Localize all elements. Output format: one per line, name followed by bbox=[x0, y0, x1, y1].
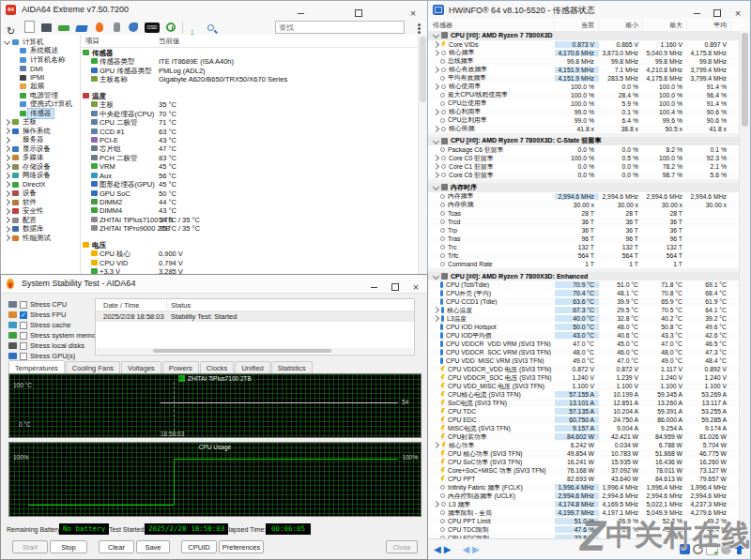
log-column-datetime[interactable]: Date / Time bbox=[103, 301, 139, 310]
sidebar-item-database[interactable]: 数据库 bbox=[1, 225, 80, 235]
stress-option[interactable]: Stress FPU bbox=[8, 310, 95, 320]
checkbox[interactable] bbox=[20, 353, 27, 360]
sensor-row[interactable]: 芯片组47 °C bbox=[81, 144, 419, 152]
sensor-row[interactable]: CPU VDDCR_VDD VRM (SVI3 TFN)47.0 °C45.0 … bbox=[428, 340, 740, 348]
sidebar-item-storage[interactable]: 存储设备 bbox=[1, 162, 80, 172]
sidebar-item-display[interactable]: 显示设备 bbox=[1, 144, 80, 154]
sensor-row[interactable]: CCD #163 °C bbox=[81, 127, 419, 135]
sensor-row[interactable]: CPU VDDCR_SOC VRM (SVI3 TFN)48.0 °C46.0 … bbox=[428, 348, 740, 356]
report-icon[interactable] bbox=[24, 21, 35, 33]
sensor-row[interactable]: ZHITAI TiPro9000 2TB35 °C / 35 °C bbox=[81, 223, 419, 232]
hwinfo-column-4[interactable]: 平均 bbox=[687, 21, 731, 30]
video-adapter-icon[interactable] bbox=[75, 25, 87, 32]
sensor-row[interactable]: Aux56 °C bbox=[81, 171, 419, 179]
panel-column-header[interactable]: 项目 当前值 bbox=[81, 35, 419, 48]
chevron-right-icon[interactable] bbox=[433, 108, 439, 114]
save-button[interactable]: Save bbox=[136, 540, 170, 553]
tab-cooling-fans[interactable]: Cooling Fans bbox=[66, 361, 120, 373]
back-arrow-icon[interactable]: ◀ bbox=[434, 545, 441, 554]
scrollbar-thumb[interactable] bbox=[742, 33, 748, 127]
sensor-row[interactable]: L3温度40.0 °C32.8 °C40.2 °C39.2 °C bbox=[428, 314, 740, 323]
hwinfo-column-1[interactable]: 当前 bbox=[555, 21, 599, 30]
sensor-row[interactable]: SoC电流 (SVI3 TFN)13.101 A12.851 A13.260 A… bbox=[428, 399, 740, 407]
sensor-row[interactable]: DIMM244 °C bbox=[81, 197, 419, 205]
stability-test-icon[interactable] bbox=[96, 23, 103, 32]
search-icon[interactable] bbox=[207, 24, 214, 31]
chevron-right-icon[interactable] bbox=[4, 235, 10, 241]
checkbox[interactable] bbox=[20, 311, 27, 319]
sensor-row[interactable]: PCH 二极管83 °C bbox=[81, 153, 419, 161]
stress-option[interactable]: Stress local disks bbox=[8, 341, 95, 351]
sidebar-item-sensor[interactable]: 传感器 bbox=[1, 109, 80, 118]
sensor-row[interactable]: Trp36 T36 T36 T bbox=[428, 226, 740, 235]
sensor-row[interactable]: Core+SoC+MISC 功率 (SVI3 TFN)76.168 W37.09… bbox=[428, 466, 740, 475]
sidebar-item-computer[interactable]: 计算机 bbox=[1, 38, 80, 47]
chevron-right-icon[interactable] bbox=[4, 199, 10, 205]
chevron-right-icon[interactable] bbox=[4, 137, 10, 144]
sensor-row[interactable]: CPU 二极管71 °C bbox=[81, 117, 419, 126]
chevron-right-icon[interactable] bbox=[4, 145, 10, 152]
chevron-down-icon[interactable] bbox=[433, 138, 439, 144]
chevron-right-icon[interactable] bbox=[433, 307, 439, 313]
chevron-right-icon[interactable] bbox=[433, 41, 439, 48]
chevron-down-icon[interactable] bbox=[433, 32, 439, 38]
tools-icon[interactable] bbox=[129, 23, 138, 32]
sensor-row[interactable]: DIMM443 °C bbox=[81, 205, 419, 214]
sidebar-item-config[interactable]: 配置 bbox=[1, 216, 80, 225]
sensor-row[interactable]: 核心倍频41.8 x38.8 x50.5 x41.8 x bbox=[428, 125, 740, 133]
sensor-row[interactable]: Core C6 驻留率0.0 %0.0 %98.7 %5.6 % bbox=[428, 171, 740, 179]
sidebar-item-security[interactable]: 安全性 bbox=[1, 207, 80, 217]
tab-clocks[interactable]: Clocks bbox=[200, 361, 235, 373]
sensor-row[interactable]: 传感器类型ITE IT8689E (ISA A40h) bbox=[81, 56, 419, 65]
legend-checkbox-icon[interactable] bbox=[178, 375, 185, 382]
maximize-button[interactable] bbox=[711, 4, 724, 16]
log-header[interactable]: Date / Time Status bbox=[96, 299, 414, 311]
sidebar-item-computer-name[interactable]: 计算机名称 bbox=[1, 55, 80, 65]
chevron-right-icon[interactable] bbox=[433, 172, 439, 178]
hwinfo-group-header[interactable]: CPU [#0]: AMD Ryzen 7 7800X3D bbox=[428, 31, 740, 40]
sensor-row[interactable]: VRM45 °C bbox=[81, 161, 419, 170]
update-icon[interactable] bbox=[190, 22, 201, 33]
log-row[interactable]: 2025/2/28 18:58:03Stability Test: Starte… bbox=[96, 311, 414, 322]
chevron-down-icon[interactable] bbox=[433, 273, 439, 280]
sidebar-item-devices[interactable]: 设备 bbox=[1, 189, 80, 199]
stop-button[interactable]: Stop bbox=[50, 540, 87, 553]
sidebar-item-directx[interactable]: DirectX bbox=[1, 180, 80, 189]
chevron-right-icon[interactable] bbox=[4, 173, 10, 179]
hwinfo-column-0[interactable]: 传感器 bbox=[428, 21, 555, 30]
tab-statistics[interactable]: Statistics bbox=[271, 361, 313, 373]
chevron-right-icon[interactable] bbox=[4, 128, 10, 134]
sensor-row[interactable]: CPU IOD平均值43.0 °C40.6 °C43.3 °C42.6 °C bbox=[428, 331, 740, 340]
log-horizontal-scrollbar[interactable] bbox=[97, 348, 413, 354]
sidebar-item-software[interactable]: 软件 bbox=[1, 198, 80, 207]
minimize-button[interactable] bbox=[690, 4, 703, 16]
sidebar-item-portable-computer[interactable]: 便携式计算机 bbox=[1, 100, 80, 110]
log-column-status[interactable]: Status bbox=[171, 301, 191, 310]
checkbox[interactable] bbox=[20, 332, 27, 340]
clear-button[interactable]: Clear bbox=[99, 540, 134, 553]
column-current-value[interactable]: 当前值 bbox=[159, 37, 180, 46]
sidebar-item-motherboard[interactable]: 主板 bbox=[1, 118, 80, 128]
sidebar-item-server[interactable]: 服务器 bbox=[1, 136, 80, 145]
stress-option[interactable]: Stress CPU bbox=[8, 299, 95, 310]
sensor-row[interactable]: 图形处理器(GPU)45 °C bbox=[81, 179, 419, 188]
stress-option[interactable]: Stress system memory bbox=[8, 330, 95, 341]
monitor-icon[interactable] bbox=[41, 23, 52, 32]
preferences-button[interactable]: Preferences bbox=[219, 540, 264, 553]
sensor-row[interactable]: CPU VID0.794 V bbox=[81, 258, 419, 266]
cpuid-button[interactable]: CPUID bbox=[181, 540, 217, 553]
sensor-panel-icon[interactable] bbox=[166, 23, 176, 32]
sensor-row[interactable]: Trc132 T132 T132 T bbox=[428, 243, 740, 251]
sensor-row[interactable]: PCI-E43 °C bbox=[81, 135, 419, 144]
minimize-button[interactable] bbox=[367, 278, 380, 290]
stress-option[interactable]: Stress cache bbox=[8, 320, 95, 330]
chevron-right-icon[interactable] bbox=[4, 119, 10, 126]
tab-powers[interactable]: Powers bbox=[162, 361, 199, 373]
sidebar-item-power-management[interactable]: 电源管理 bbox=[1, 91, 80, 100]
refresh-icon[interactable] bbox=[7, 22, 18, 33]
close-button[interactable] bbox=[731, 4, 744, 16]
sidebar-item-multimedia[interactable]: 多媒体 bbox=[1, 154, 80, 163]
sidebar-item-ipmi[interactable]: IPMI bbox=[1, 73, 80, 83]
sensor-row[interactable]: Trfc564 T564 T564 T bbox=[428, 251, 740, 260]
sensor-row[interactable]: Tras96 T96 T96 T bbox=[428, 235, 740, 243]
